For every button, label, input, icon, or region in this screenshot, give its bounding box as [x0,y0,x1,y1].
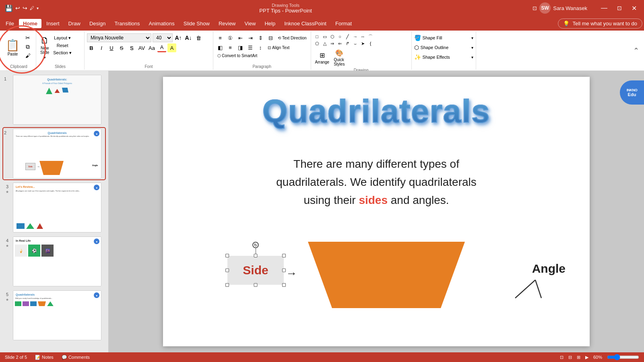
slide-thumb-2[interactable]: 2 ● Quadrilaterals There are many differ… [3,128,105,179]
rotate-handle[interactable]: ↻ [252,242,259,248]
menu-inknoe[interactable]: Inknoe ClassPoint [280,19,330,28]
user-avatar[interactable]: SW [539,2,551,14]
font-size-select[interactable]: 40 [153,33,173,42]
shape-arrow[interactable]: → [352,33,359,40]
shape-block-arrow[interactable]: ➤ [359,40,367,47]
slide-thumb-5[interactable]: 5★ ● Quadrilaterals With your newly foun… [3,290,105,341]
shape-effects-button[interactable]: ✨ Shape Effects ▾ [414,53,473,61]
shape-triangle[interactable]: △ [321,40,328,47]
slide-sorter-button[interactable]: ⊟ [568,355,572,360]
save-icon[interactable]: 💾 [5,4,13,12]
trapezoid-shape[interactable] [300,240,473,310]
slide-title[interactable]: Quadrilaterals [175,93,578,130]
menu-review[interactable]: Review [215,19,240,28]
highlight-button[interactable]: A [167,43,176,52]
bold-button[interactable]: B [87,43,96,52]
font-family-select[interactable]: Minya Nouvelle [87,33,151,42]
shape-curve[interactable]: ⌣ [352,40,359,47]
handle-bl[interactable] [225,283,229,287]
window-controls[interactable]: ⊡ SW Sara Wanasek — ⊡ ✕ [533,2,639,14]
bullets-button[interactable]: ≡ [216,33,225,42]
decrease-indent-button[interactable]: ⇤ [236,33,245,42]
inknoe-classpoint-badge[interactable]: INKNO Edu [620,80,644,105]
notes-button[interactable]: 📝 Notes [35,355,54,360]
restore-icon[interactable]: ⊡ [615,5,624,11]
canvas-area[interactable]: Quadrilaterals There are many different … [109,71,644,352]
text-direction-button[interactable]: ⟲Text Direction [276,35,308,41]
presentation-button[interactable]: ▶ [585,355,588,360]
menu-transitions[interactable]: Transitions [110,19,144,28]
shape-pentagon[interactable]: ⬠ [314,40,321,47]
paste-button[interactable]: 📋 Paste [4,34,21,62]
handle-tr[interactable] [282,254,286,257]
selected-textbox[interactable]: ↻ Side [227,256,284,285]
menu-insert[interactable]: Insert [42,19,64,28]
normal-view-button[interactable]: ⊡ [560,355,564,360]
align-center-button[interactable]: ≡ [226,43,235,52]
font-color-button[interactable]: A [157,43,166,52]
slide-thumb-3[interactable]: 3★ ● Let's Review... All polygons are ma… [3,182,105,233]
strikethrough-button[interactable]: S [117,43,126,52]
reset-button[interactable]: Reset [52,42,73,49]
fill-dropdown-icon[interactable]: ▾ [471,36,473,40]
shape-connector[interactable]: ⌒ [367,33,374,40]
zoom-slider[interactable] [607,354,639,360]
col-spacing-button[interactable]: ⇕ [256,33,265,42]
section-button[interactable]: Section ▾ [52,49,73,56]
shape-line[interactable]: ╱ [344,33,351,40]
char-spacing-button[interactable]: AV [137,43,146,52]
undo-icon[interactable]: ↩ [15,5,20,11]
slide-thumb-1[interactable]: 1 Quadrilaterals: A Parade of Four-Sided… [3,74,105,125]
redo-icon[interactable]: ↪ [23,5,27,11]
cut-button[interactable]: ✂ [22,34,33,42]
align-right-button[interactable]: ◨ [236,43,245,52]
handle-mr[interactable] [282,269,286,272]
handle-bc[interactable] [254,283,258,287]
ribbon-expand-button[interactable]: ⌃ [633,46,639,55]
menu-animations[interactable]: Animations [145,19,179,28]
menu-design[interactable]: Design [85,19,109,28]
menu-home[interactable]: Home [19,19,41,28]
menu-view[interactable]: View [241,19,260,28]
line-spacing-button[interactable]: ↕ [256,43,265,52]
effects-dropdown-icon[interactable]: ▾ [471,55,473,60]
menu-file[interactable]: File [2,19,18,28]
increase-indent-button[interactable]: ⇥ [246,33,255,42]
font-shrink-button[interactable]: A↓ [184,33,193,42]
menu-slideshow[interactable]: Slide Show [180,19,214,28]
italic-button[interactable]: I [97,43,106,52]
customize-icon[interactable]: 🖊 [30,6,34,10]
menu-draw[interactable]: Draw [64,19,85,28]
reading-view-button[interactable]: ⊞ [577,355,580,360]
align-left-button[interactable]: ◧ [216,43,225,52]
rotate-handle-container[interactable]: ↻ [252,242,259,254]
shape-rtarrow[interactable]: ⇒ [329,40,336,47]
menu-format[interactable]: Format [331,19,356,28]
shape-fill-button[interactable]: 🪣 Shape Fill ▾ [414,34,473,42]
shape-circle[interactable]: ○ [336,33,344,40]
close-icon[interactable]: ✕ [629,4,639,12]
clear-format-button[interactable]: 🗑 [194,33,203,42]
outline-dropdown-icon[interactable]: ▾ [471,45,473,50]
quick-access-toolbar[interactable]: 💾 ↩ ↪ 🖊 ▾ [5,4,39,12]
menu-help[interactable]: Help [260,19,279,28]
tell-me-box[interactable]: 💡 Tell me what you want to do [558,19,642,29]
new-slide-button[interactable]: 🗋 NewSlide ▾ [39,34,51,62]
shape-dbl-arrow[interactable]: ↔ [359,33,367,40]
handle-ml[interactable] [225,269,229,272]
align-text-button[interactable]: ⊡Align Text [266,45,291,51]
arrange-button[interactable]: ⊞ Arrange [314,51,331,65]
shape-rounded-rect[interactable]: ▭ [321,33,328,40]
shape-rect[interactable]: □ [314,33,321,40]
underline-button[interactable]: U [107,43,116,52]
format-painter-button[interactable]: 🖌 [22,52,33,60]
handle-tl[interactable] [225,254,229,257]
handle-tc[interactable] [254,254,258,257]
change-case-button[interactable]: Aa [147,43,156,52]
convert-smartart-button[interactable]: ⬡Convert to SmartArt [216,53,259,59]
slide-thumb-4[interactable]: 4★ ● In Real Life 🍦 ⚽ 🌆 [3,236,105,287]
handle-br[interactable] [282,283,286,287]
shape-outline-button[interactable]: ⬡ Shape Outline ▾ [414,43,473,51]
quick-styles-button[interactable]: 🎨 QuickStyles [332,48,346,67]
font-grow-button[interactable]: A↑ [174,33,183,42]
